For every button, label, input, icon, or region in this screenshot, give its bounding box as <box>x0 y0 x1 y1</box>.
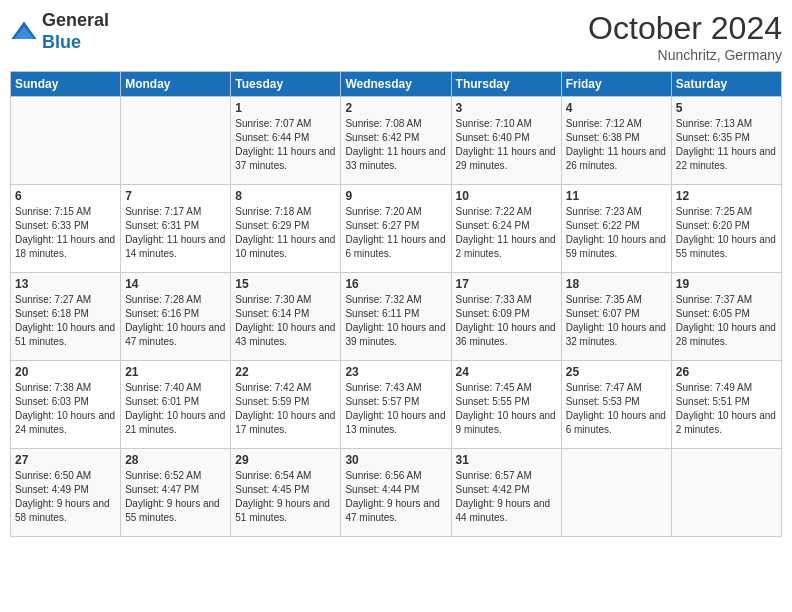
calendar-cell: 30Sunrise: 6:56 AM Sunset: 4:44 PM Dayli… <box>341 449 451 537</box>
calendar-cell: 29Sunrise: 6:54 AM Sunset: 4:45 PM Dayli… <box>231 449 341 537</box>
day-info: Sunrise: 7:37 AM Sunset: 6:05 PM Dayligh… <box>676 293 777 349</box>
calendar-cell: 28Sunrise: 6:52 AM Sunset: 4:47 PM Dayli… <box>121 449 231 537</box>
calendar-cell: 11Sunrise: 7:23 AM Sunset: 6:22 PM Dayli… <box>561 185 671 273</box>
location: Nunchritz, Germany <box>588 47 782 63</box>
day-info: Sunrise: 7:40 AM Sunset: 6:01 PM Dayligh… <box>125 381 226 437</box>
calendar-cell: 31Sunrise: 6:57 AM Sunset: 4:42 PM Dayli… <box>451 449 561 537</box>
day-number: 18 <box>566 277 667 291</box>
day-number: 22 <box>235 365 336 379</box>
week-row-1: 1Sunrise: 7:07 AM Sunset: 6:44 PM Daylig… <box>11 97 782 185</box>
day-info: Sunrise: 6:52 AM Sunset: 4:47 PM Dayligh… <box>125 469 226 525</box>
week-row-4: 20Sunrise: 7:38 AM Sunset: 6:03 PM Dayli… <box>11 361 782 449</box>
day-info: Sunrise: 7:23 AM Sunset: 6:22 PM Dayligh… <box>566 205 667 261</box>
day-number: 9 <box>345 189 446 203</box>
day-number: 6 <box>15 189 116 203</box>
day-header-monday: Monday <box>121 72 231 97</box>
calendar-table: SundayMondayTuesdayWednesdayThursdayFrid… <box>10 71 782 537</box>
calendar-cell: 12Sunrise: 7:25 AM Sunset: 6:20 PM Dayli… <box>671 185 781 273</box>
week-row-5: 27Sunrise: 6:50 AM Sunset: 4:49 PM Dayli… <box>11 449 782 537</box>
day-info: Sunrise: 7:32 AM Sunset: 6:11 PM Dayligh… <box>345 293 446 349</box>
logo-general: General <box>42 10 109 30</box>
day-info: Sunrise: 7:47 AM Sunset: 5:53 PM Dayligh… <box>566 381 667 437</box>
week-row-2: 6Sunrise: 7:15 AM Sunset: 6:33 PM Daylig… <box>11 185 782 273</box>
day-info: Sunrise: 7:25 AM Sunset: 6:20 PM Dayligh… <box>676 205 777 261</box>
day-info: Sunrise: 7:12 AM Sunset: 6:38 PM Dayligh… <box>566 117 667 173</box>
day-info: Sunrise: 7:18 AM Sunset: 6:29 PM Dayligh… <box>235 205 336 261</box>
calendar-cell: 4Sunrise: 7:12 AM Sunset: 6:38 PM Daylig… <box>561 97 671 185</box>
calendar-cell: 7Sunrise: 7:17 AM Sunset: 6:31 PM Daylig… <box>121 185 231 273</box>
calendar-cell: 24Sunrise: 7:45 AM Sunset: 5:55 PM Dayli… <box>451 361 561 449</box>
calendar-cell: 8Sunrise: 7:18 AM Sunset: 6:29 PM Daylig… <box>231 185 341 273</box>
day-number: 21 <box>125 365 226 379</box>
day-header-friday: Friday <box>561 72 671 97</box>
calendar-cell: 10Sunrise: 7:22 AM Sunset: 6:24 PM Dayli… <box>451 185 561 273</box>
day-number: 5 <box>676 101 777 115</box>
day-number: 19 <box>676 277 777 291</box>
calendar-cell: 15Sunrise: 7:30 AM Sunset: 6:14 PM Dayli… <box>231 273 341 361</box>
day-info: Sunrise: 7:13 AM Sunset: 6:35 PM Dayligh… <box>676 117 777 173</box>
calendar-cell: 17Sunrise: 7:33 AM Sunset: 6:09 PM Dayli… <box>451 273 561 361</box>
calendar-cell <box>561 449 671 537</box>
day-info: Sunrise: 6:50 AM Sunset: 4:49 PM Dayligh… <box>15 469 116 525</box>
calendar-cell <box>11 97 121 185</box>
day-number: 25 <box>566 365 667 379</box>
day-info: Sunrise: 7:15 AM Sunset: 6:33 PM Dayligh… <box>15 205 116 261</box>
day-info: Sunrise: 7:07 AM Sunset: 6:44 PM Dayligh… <box>235 117 336 173</box>
day-number: 27 <box>15 453 116 467</box>
day-info: Sunrise: 7:49 AM Sunset: 5:51 PM Dayligh… <box>676 381 777 437</box>
day-info: Sunrise: 6:56 AM Sunset: 4:44 PM Dayligh… <box>345 469 446 525</box>
day-number: 13 <box>15 277 116 291</box>
logo-icon <box>10 18 38 46</box>
calendar-cell: 27Sunrise: 6:50 AM Sunset: 4:49 PM Dayli… <box>11 449 121 537</box>
day-number: 3 <box>456 101 557 115</box>
day-info: Sunrise: 7:45 AM Sunset: 5:55 PM Dayligh… <box>456 381 557 437</box>
day-info: Sunrise: 7:30 AM Sunset: 6:14 PM Dayligh… <box>235 293 336 349</box>
calendar-cell: 1Sunrise: 7:07 AM Sunset: 6:44 PM Daylig… <box>231 97 341 185</box>
calendar-cell: 14Sunrise: 7:28 AM Sunset: 6:16 PM Dayli… <box>121 273 231 361</box>
day-number: 14 <box>125 277 226 291</box>
calendar-cell: 13Sunrise: 7:27 AM Sunset: 6:18 PM Dayli… <box>11 273 121 361</box>
calendar-cell: 21Sunrise: 7:40 AM Sunset: 6:01 PM Dayli… <box>121 361 231 449</box>
calendar-cell: 9Sunrise: 7:20 AM Sunset: 6:27 PM Daylig… <box>341 185 451 273</box>
day-number: 10 <box>456 189 557 203</box>
day-info: Sunrise: 7:42 AM Sunset: 5:59 PM Dayligh… <box>235 381 336 437</box>
calendar-cell: 16Sunrise: 7:32 AM Sunset: 6:11 PM Dayli… <box>341 273 451 361</box>
day-info: Sunrise: 7:08 AM Sunset: 6:42 PM Dayligh… <box>345 117 446 173</box>
day-number: 29 <box>235 453 336 467</box>
page-header: General Blue October 2024 Nunchritz, Ger… <box>10 10 782 63</box>
day-number: 8 <box>235 189 336 203</box>
day-number: 2 <box>345 101 446 115</box>
day-header-wednesday: Wednesday <box>341 72 451 97</box>
day-number: 24 <box>456 365 557 379</box>
week-row-3: 13Sunrise: 7:27 AM Sunset: 6:18 PM Dayli… <box>11 273 782 361</box>
day-info: Sunrise: 7:27 AM Sunset: 6:18 PM Dayligh… <box>15 293 116 349</box>
day-info: Sunrise: 6:57 AM Sunset: 4:42 PM Dayligh… <box>456 469 557 525</box>
day-info: Sunrise: 7:38 AM Sunset: 6:03 PM Dayligh… <box>15 381 116 437</box>
day-number: 28 <box>125 453 226 467</box>
day-header-sunday: Sunday <box>11 72 121 97</box>
day-info: Sunrise: 7:22 AM Sunset: 6:24 PM Dayligh… <box>456 205 557 261</box>
title-block: October 2024 Nunchritz, Germany <box>588 10 782 63</box>
day-number: 26 <box>676 365 777 379</box>
calendar-cell: 2Sunrise: 7:08 AM Sunset: 6:42 PM Daylig… <box>341 97 451 185</box>
calendar-cell <box>121 97 231 185</box>
month-title: October 2024 <box>588 10 782 47</box>
day-number: 30 <box>345 453 446 467</box>
day-number: 15 <box>235 277 336 291</box>
calendar-cell <box>671 449 781 537</box>
calendar-body: 1Sunrise: 7:07 AM Sunset: 6:44 PM Daylig… <box>11 97 782 537</box>
day-header-tuesday: Tuesday <box>231 72 341 97</box>
day-info: Sunrise: 7:28 AM Sunset: 6:16 PM Dayligh… <box>125 293 226 349</box>
calendar-cell: 6Sunrise: 7:15 AM Sunset: 6:33 PM Daylig… <box>11 185 121 273</box>
day-number: 23 <box>345 365 446 379</box>
day-info: Sunrise: 7:35 AM Sunset: 6:07 PM Dayligh… <box>566 293 667 349</box>
day-number: 11 <box>566 189 667 203</box>
calendar-header-row: SundayMondayTuesdayWednesdayThursdayFrid… <box>11 72 782 97</box>
calendar-cell: 3Sunrise: 7:10 AM Sunset: 6:40 PM Daylig… <box>451 97 561 185</box>
day-number: 17 <box>456 277 557 291</box>
day-number: 7 <box>125 189 226 203</box>
day-info: Sunrise: 7:43 AM Sunset: 5:57 PM Dayligh… <box>345 381 446 437</box>
calendar-cell: 18Sunrise: 7:35 AM Sunset: 6:07 PM Dayli… <box>561 273 671 361</box>
day-number: 31 <box>456 453 557 467</box>
day-number: 12 <box>676 189 777 203</box>
